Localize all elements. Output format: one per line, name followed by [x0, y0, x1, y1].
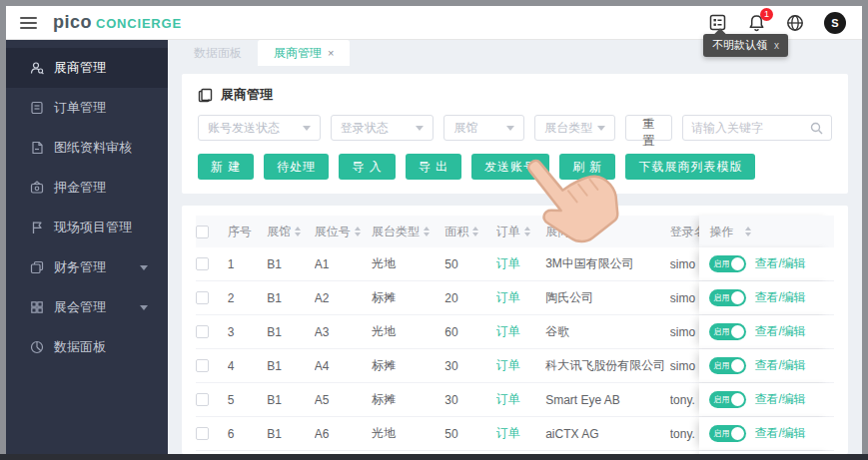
cell-no: 5: [228, 393, 268, 407]
action-button[interactable]: 发送账号: [471, 154, 549, 180]
menu-hamburger-icon[interactable]: [20, 17, 37, 29]
order-link[interactable]: 订单: [496, 255, 520, 272]
filter-account-send-status[interactable]: 账号发送状态: [198, 115, 321, 141]
sidebar-item-site-project-management[interactable]: 现场项目管理: [6, 208, 168, 247]
view-edit-link[interactable]: 查看/编辑: [754, 425, 805, 442]
action-button-row: 新 建待处理导 入导 出发送账号刷 新下载展商列表模版: [198, 154, 832, 180]
enable-toggle[interactable]: 启用: [709, 391, 746, 408]
search-input[interactable]: [691, 121, 810, 135]
tab-close-icon[interactable]: ×: [328, 47, 334, 59]
action-button[interactable]: 新 建: [198, 154, 254, 180]
view-edit-link[interactable]: 查看/编辑: [754, 391, 805, 408]
sidebar-item-exhibitor-management[interactable]: 展商管理: [6, 48, 168, 88]
cell-area: 60: [444, 325, 495, 339]
cell-exhibitor-name: 3M中国有限公司: [545, 255, 670, 272]
filter-row: 账号发送状态 登录状态 展馆 展台类型 重 置: [198, 115, 832, 141]
reset-button[interactable]: 重 置: [625, 115, 672, 141]
row-checkbox[interactable]: [196, 393, 209, 406]
row-checkbox[interactable]: [196, 325, 209, 338]
sort-icon[interactable]: [585, 227, 591, 236]
header-exhibitor-name[interactable]: 展商名: [545, 224, 670, 240]
filter-booth-type[interactable]: 展台类型: [534, 115, 615, 141]
view-edit-link[interactable]: 查看/编辑: [754, 255, 805, 272]
view-edit-link[interactable]: 查看/编辑: [754, 289, 805, 306]
header-booth-type[interactable]: 展台类型: [372, 224, 444, 240]
header-no: 序号: [228, 224, 268, 240]
row-checkbox[interactable]: [196, 427, 209, 440]
sidebar-item-blueprint-review[interactable]: 图纸资料审核: [6, 128, 168, 168]
view-edit-link[interactable]: 查看/编辑: [754, 323, 805, 340]
action-button[interactable]: 导 入: [339, 154, 395, 180]
row-checkbox[interactable]: [196, 359, 209, 372]
user-avatar[interactable]: S: [824, 12, 846, 34]
filter-login-status[interactable]: 登录状态: [331, 115, 434, 141]
order-icon: [30, 101, 44, 115]
action-button[interactable]: 导 出: [406, 154, 461, 180]
sort-icon[interactable]: [355, 227, 361, 236]
sort-icon[interactable]: [472, 227, 478, 236]
row-checkbox[interactable]: [196, 257, 209, 270]
bell-icon[interactable]: 1: [746, 13, 766, 33]
toggle-knob: [731, 291, 744, 304]
view-edit-link[interactable]: 查看/编辑: [754, 357, 805, 374]
order-link[interactable]: 订单: [496, 357, 520, 374]
notification-badge: 1: [760, 8, 773, 21]
toggle-knob: [731, 427, 744, 440]
slide-frame: pico CONCIERGE 1 S 不明款认领 x: [0, 0, 868, 460]
cell-booth: A5: [315, 393, 372, 407]
action-button[interactable]: 下载展商列表模版: [625, 154, 755, 180]
cell-booth: A2: [315, 291, 372, 305]
tooltip-close-icon[interactable]: x: [774, 40, 779, 51]
order-link[interactable]: 订单: [496, 391, 520, 408]
sort-icon[interactable]: [424, 227, 430, 236]
sidebar: 展商管理 订单管理 图纸资料审核 押金管理 现场项目管理: [6, 40, 168, 454]
sidebar-item-finance-management[interactable]: 财务管理: [6, 247, 168, 287]
cell-hall: B1: [267, 427, 314, 441]
header-order[interactable]: 订单: [496, 224, 545, 240]
sort-icon[interactable]: [295, 227, 301, 236]
table-body: 1 B1 A1 光地 50 订单 3M中国有限公司 simo 启用: [196, 247, 834, 451]
enable-toggle[interactable]: 启用: [709, 425, 746, 442]
cell-area: 50: [444, 257, 495, 271]
sidebar-item-order-management[interactable]: 订单管理: [6, 88, 168, 128]
action-button[interactable]: 刷 新: [559, 154, 615, 180]
sidebar-item-label: 展商管理: [54, 59, 106, 77]
action-button[interactable]: 待处理: [264, 154, 329, 180]
header-action[interactable]: 操作: [699, 216, 834, 247]
sidebar-item-data-dashboard[interactable]: 数据面板: [6, 327, 168, 367]
globe-icon[interactable]: [785, 13, 805, 33]
cell-login-name: tony.: [670, 393, 700, 407]
enable-toggle[interactable]: 启用: [709, 357, 746, 374]
chevron-down-icon: [140, 265, 148, 270]
cell-action: 启用: [699, 451, 834, 454]
sidebar-item-expo-management[interactable]: 展会管理: [6, 287, 168, 327]
sort-icon[interactable]: [524, 227, 530, 236]
header-hall[interactable]: 展馆: [267, 224, 314, 240]
search-icon[interactable]: [810, 122, 823, 135]
sidebar-item-deposit-management[interactable]: 押金管理: [6, 168, 168, 208]
enable-toggle[interactable]: 启用: [709, 323, 746, 340]
filter-hall[interactable]: 展馆: [443, 115, 524, 141]
sort-icon[interactable]: [745, 227, 751, 236]
row-checkbox[interactable]: [196, 291, 209, 304]
sidebar-item-label: 订单管理: [54, 99, 106, 117]
cell-login-name: simo: [670, 359, 700, 373]
page-title: 展商管理: [221, 86, 273, 104]
logo-pico: pico: [53, 12, 92, 33]
cell-area: 30: [444, 393, 495, 407]
cell-hall: B1: [267, 393, 314, 407]
exhibitor-table-card: 序号 展馆 展位号 展台类型 面积 订单 展商名 登录名 操作: [182, 206, 848, 454]
tab-exhibitor-management[interactable]: 展商管理 ×: [258, 40, 350, 66]
order-link[interactable]: 订单: [496, 323, 520, 340]
enable-toggle[interactable]: 启用: [709, 255, 746, 272]
cell-no: 3: [228, 325, 268, 339]
tab-data-dashboard[interactable]: 数据面板: [178, 40, 258, 66]
enable-toggle[interactable]: 启用: [709, 289, 746, 306]
order-link[interactable]: 订单: [496, 289, 520, 306]
order-link[interactable]: 订单: [496, 425, 520, 442]
header-area[interactable]: 面积: [444, 224, 495, 240]
toggle-knob: [731, 325, 744, 338]
header-booth[interactable]: 展位号: [315, 224, 372, 240]
chevron-down-icon: [597, 126, 605, 131]
select-all-checkbox[interactable]: [196, 226, 209, 238]
